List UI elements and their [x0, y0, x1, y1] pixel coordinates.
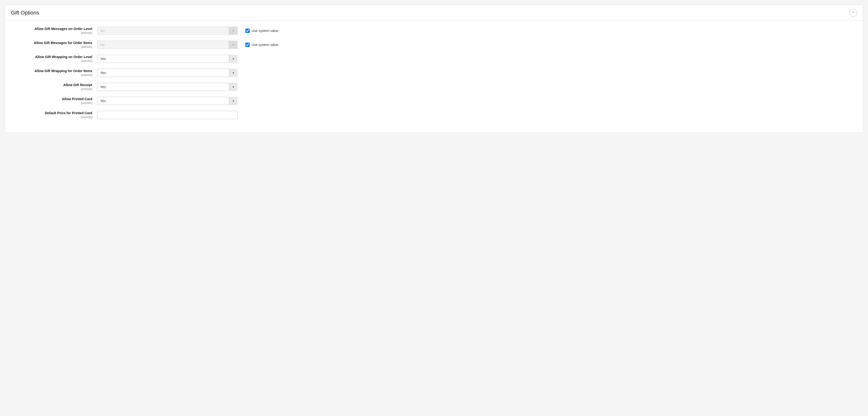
form-row: Allow Gift Messages for Order Items[webs… [15, 41, 853, 49]
use-system-value-label[interactable]: Use system value [252, 43, 278, 47]
form-row: Allow Gift Wrapping on Order Level[websi… [15, 55, 853, 63]
gift-options-panel: Gift Options ⌃ Allow Gift Messages on Or… [5, 5, 863, 133]
field-control [97, 111, 238, 119]
collapse-button[interactable]: ⌃ [849, 9, 857, 17]
field-scope: [website] [15, 73, 92, 77]
field-scope: [website] [15, 101, 92, 105]
form-row: Allow Gift Wrapping for Order Items[webs… [15, 69, 853, 77]
field-label: Allow Printed Card [15, 97, 92, 101]
field-label-group: Allow Printed Card[website] [15, 97, 97, 105]
field-control: YesNo▼ [97, 97, 238, 105]
use-system-value-checkbox[interactable] [245, 43, 250, 47]
select-allow_gift_messages_order_level[interactable]: NoYes [97, 27, 238, 35]
field-label: Allow Gift Messages for Order Items [15, 41, 92, 45]
field-label: Allow Gift Receipt [15, 83, 92, 87]
use-system-value-label[interactable]: Use system value [252, 29, 278, 33]
field-control: YesNo▼ [97, 69, 238, 77]
field-control: YesNo▼ [97, 55, 238, 63]
select-allow_gift_messages_order_items[interactable]: NoYes [97, 41, 238, 49]
select-allow_gift_wrapping_order_level[interactable]: YesNo [97, 55, 238, 63]
field-scope: [website] [15, 31, 92, 35]
field-label: Default Price for Printed Card [15, 111, 92, 115]
field-label: Allow Gift Wrapping on Order Level [15, 55, 92, 59]
field-scope: [website] [15, 45, 92, 49]
use-system-value-checkbox[interactable] [245, 29, 250, 33]
input-default_price_printed_card[interactable] [97, 111, 238, 119]
form-row: Default Price for Printed Card[website] [15, 111, 853, 119]
select-allow_gift_receipt[interactable]: YesNo [97, 83, 238, 91]
panel-body: Allow Gift Messages on Order Level[websi… [5, 21, 863, 133]
form-row: Allow Gift Messages on Order Level[websi… [15, 27, 853, 35]
use-system-value-group: Use system value [245, 43, 278, 47]
panel-header: Gift Options ⌃ [5, 5, 863, 21]
select-wrapper: YesNo▼ [97, 69, 238, 77]
field-scope: [website] [15, 115, 92, 119]
select-wrapper: YesNo▼ [97, 83, 238, 91]
form-row: Allow Printed Card[website]YesNo▼ [15, 97, 853, 105]
field-control: YesNo▼ [97, 83, 238, 91]
field-label: Allow Gift Messages on Order Level [15, 27, 92, 31]
field-label-group: Default Price for Printed Card[website] [15, 111, 97, 119]
field-label-group: Allow Gift Wrapping for Order Items[webs… [15, 69, 97, 77]
select-wrapper: NoYes▼ [97, 27, 238, 35]
field-label: Allow Gift Wrapping for Order Items [15, 69, 92, 73]
field-control: NoYes▼ [97, 41, 238, 49]
use-system-value-group: Use system value [245, 29, 278, 33]
form-row: Allow Gift Receipt[website]YesNo▼ [15, 83, 853, 91]
field-label-group: Allow Gift Receipt[website] [15, 83, 97, 91]
field-scope: [website] [15, 59, 92, 63]
select-wrapper: YesNo▼ [97, 55, 238, 63]
select-allow_printed_card[interactable]: YesNo [97, 97, 238, 105]
field-scope: [website] [15, 88, 92, 91]
panel-title: Gift Options [11, 10, 39, 16]
select-wrapper: NoYes▼ [97, 41, 238, 49]
field-label-group: Allow Gift Wrapping on Order Level[websi… [15, 55, 97, 63]
field-label-group: Allow Gift Messages on Order Level[websi… [15, 27, 97, 35]
chevron-up-icon: ⌃ [852, 11, 855, 15]
field-label-group: Allow Gift Messages for Order Items[webs… [15, 41, 97, 49]
select-allow_gift_wrapping_order_items[interactable]: YesNo [97, 69, 238, 77]
select-wrapper: YesNo▼ [97, 97, 238, 105]
field-control: NoYes▼ [97, 27, 238, 35]
